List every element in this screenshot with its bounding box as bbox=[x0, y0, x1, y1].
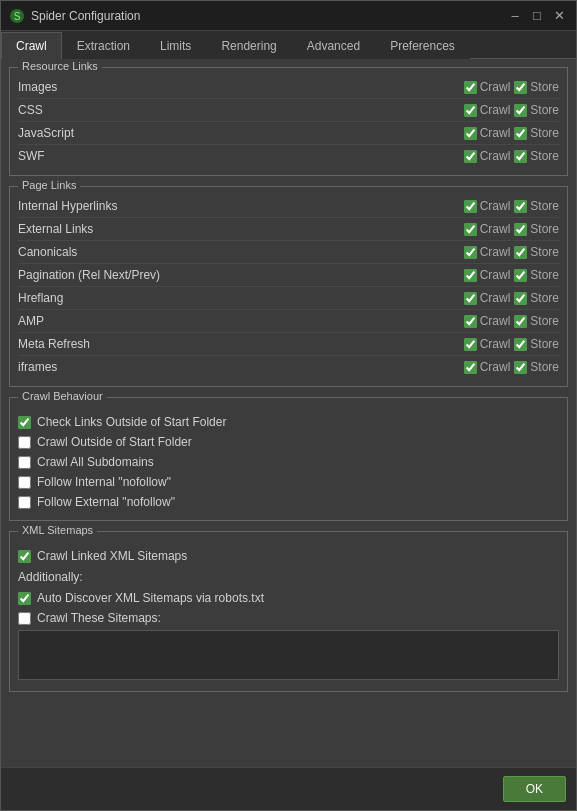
swf-crawl-checkbox-label[interactable]: Crawl bbox=[464, 149, 511, 163]
iframes-store-checkbox[interactable] bbox=[514, 361, 527, 374]
crawl-these-sitemaps-label[interactable]: Crawl These Sitemaps: bbox=[37, 611, 161, 625]
title-bar: S Spider Configuration – □ ✕ bbox=[1, 1, 576, 31]
spider-configuration-window: S Spider Configuration – □ ✕ Crawl Extra… bbox=[0, 0, 577, 811]
iframes-crawl-label[interactable]: Crawl bbox=[464, 360, 511, 374]
crawl-outside-checkbox[interactable] bbox=[18, 436, 31, 449]
external-crawl-label[interactable]: Crawl bbox=[464, 222, 511, 236]
canonicals-crawl-checkbox[interactable] bbox=[464, 246, 477, 259]
meta-refresh-crawl-label[interactable]: Crawl bbox=[464, 337, 511, 351]
tab-rendering[interactable]: Rendering bbox=[206, 32, 291, 59]
crawl-these-sitemaps-checkbox[interactable] bbox=[18, 612, 31, 625]
pagination-store-checkbox[interactable] bbox=[514, 269, 527, 282]
table-row: External Links Crawl Store bbox=[18, 218, 559, 241]
internal-store-label[interactable]: Store bbox=[514, 199, 559, 213]
resource-links-group: Resource Links Images Crawl Store bbox=[9, 67, 568, 176]
page-links-group: Page Links Internal Hyperlinks Crawl Sto… bbox=[9, 186, 568, 387]
list-item: Auto Discover XML Sitemaps via robots.tx… bbox=[18, 588, 559, 608]
meta-refresh-crawl-checkbox[interactable] bbox=[464, 338, 477, 351]
tab-limits[interactable]: Limits bbox=[145, 32, 206, 59]
sitemaps-textarea[interactable] bbox=[18, 630, 559, 680]
javascript-label: JavaScript bbox=[18, 126, 464, 140]
external-store-label[interactable]: Store bbox=[514, 222, 559, 236]
images-controls: Crawl Store bbox=[464, 80, 559, 94]
pagination-crawl-checkbox[interactable] bbox=[464, 269, 477, 282]
follow-external-nofollow-checkbox[interactable] bbox=[18, 496, 31, 509]
page-links-content: Internal Hyperlinks Crawl Store Externa bbox=[18, 195, 559, 378]
close-button[interactable]: ✕ bbox=[550, 7, 568, 25]
css-store-checkbox[interactable] bbox=[514, 104, 527, 117]
tab-advanced[interactable]: Advanced bbox=[292, 32, 375, 59]
table-row: SWF Crawl Store bbox=[18, 145, 559, 167]
amp-store-checkbox[interactable] bbox=[514, 315, 527, 328]
javascript-store-checkbox[interactable] bbox=[514, 127, 527, 140]
iframes-crawl-checkbox[interactable] bbox=[464, 361, 477, 374]
resource-links-content: Images Crawl Store CSS bbox=[18, 76, 559, 167]
tab-preferences[interactable]: Preferences bbox=[375, 32, 470, 59]
canonicals-store-checkbox[interactable] bbox=[514, 246, 527, 259]
ok-button[interactable]: OK bbox=[503, 776, 566, 802]
tab-crawl[interactable]: Crawl bbox=[1, 32, 62, 59]
auto-discover-xml-label[interactable]: Auto Discover XML Sitemaps via robots.tx… bbox=[37, 591, 264, 605]
hreflang-store-label[interactable]: Store bbox=[514, 291, 559, 305]
javascript-crawl-checkbox[interactable] bbox=[464, 127, 477, 140]
crawl-linked-xml-checkbox[interactable] bbox=[18, 550, 31, 563]
external-store-checkbox[interactable] bbox=[514, 223, 527, 236]
javascript-store-checkbox-label[interactable]: Store bbox=[514, 126, 559, 140]
check-links-outside-checkbox[interactable] bbox=[18, 416, 31, 429]
crawl-all-subdomains-label[interactable]: Crawl All Subdomains bbox=[37, 455, 154, 469]
follow-external-nofollow-label[interactable]: Follow External "nofollow" bbox=[37, 495, 175, 509]
amp-crawl-label[interactable]: Crawl bbox=[464, 314, 511, 328]
swf-store-text: Store bbox=[530, 149, 559, 163]
swf-crawl-text: Crawl bbox=[480, 149, 511, 163]
check-links-outside-label[interactable]: Check Links Outside of Start Folder bbox=[37, 415, 226, 429]
meta-refresh-store-label[interactable]: Store bbox=[514, 337, 559, 351]
list-item: Follow Internal "nofollow" bbox=[18, 472, 559, 492]
auto-discover-xml-checkbox[interactable] bbox=[18, 592, 31, 605]
list-item: Crawl All Subdomains bbox=[18, 452, 559, 472]
iframes-store-label[interactable]: Store bbox=[514, 360, 559, 374]
pagination-crawl-label[interactable]: Crawl bbox=[464, 268, 511, 282]
canonicals-label: Canonicals bbox=[18, 245, 464, 259]
hreflang-store-checkbox[interactable] bbox=[514, 292, 527, 305]
list-item: Crawl These Sitemaps: bbox=[18, 608, 559, 628]
hreflang-crawl-checkbox[interactable] bbox=[464, 292, 477, 305]
amp-crawl-checkbox[interactable] bbox=[464, 315, 477, 328]
footer: OK bbox=[1, 767, 576, 810]
pagination-controls: Crawl Store bbox=[464, 268, 559, 282]
crawl-all-subdomains-checkbox[interactable] bbox=[18, 456, 31, 469]
table-row: Canonicals Crawl Store bbox=[18, 241, 559, 264]
hreflang-crawl-label[interactable]: Crawl bbox=[464, 291, 511, 305]
swf-crawl-checkbox[interactable] bbox=[464, 150, 477, 163]
iframes-controls: Crawl Store bbox=[464, 360, 559, 374]
meta-refresh-store-checkbox[interactable] bbox=[514, 338, 527, 351]
images-store-checkbox[interactable] bbox=[514, 81, 527, 94]
crawl-outside-label[interactable]: Crawl Outside of Start Folder bbox=[37, 435, 192, 449]
meta-refresh-label: Meta Refresh bbox=[18, 337, 464, 351]
images-crawl-checkbox[interactable] bbox=[464, 81, 477, 94]
images-store-checkbox-label[interactable]: Store bbox=[514, 80, 559, 94]
canonicals-store-label[interactable]: Store bbox=[514, 245, 559, 259]
external-crawl-checkbox[interactable] bbox=[464, 223, 477, 236]
crawl-linked-xml-label[interactable]: Crawl Linked XML Sitemaps bbox=[37, 549, 187, 563]
css-crawl-checkbox-label[interactable]: Crawl bbox=[464, 103, 511, 117]
hreflang-label: Hreflang bbox=[18, 291, 464, 305]
minimize-button[interactable]: – bbox=[506, 7, 524, 25]
amp-store-label[interactable]: Store bbox=[514, 314, 559, 328]
swf-store-checkbox[interactable] bbox=[514, 150, 527, 163]
swf-store-checkbox-label[interactable]: Store bbox=[514, 149, 559, 163]
tab-extraction[interactable]: Extraction bbox=[62, 32, 145, 59]
images-crawl-checkbox-label[interactable]: Crawl bbox=[464, 80, 511, 94]
canonicals-crawl-label[interactable]: Crawl bbox=[464, 245, 511, 259]
pagination-store-label[interactable]: Store bbox=[514, 268, 559, 282]
internal-crawl-checkbox[interactable] bbox=[464, 200, 477, 213]
css-store-checkbox-label[interactable]: Store bbox=[514, 103, 559, 117]
follow-internal-nofollow-checkbox[interactable] bbox=[18, 476, 31, 489]
internal-crawl-label[interactable]: Crawl bbox=[464, 199, 511, 213]
tab-bar: Crawl Extraction Limits Rendering Advanc… bbox=[1, 31, 576, 59]
css-crawl-checkbox[interactable] bbox=[464, 104, 477, 117]
javascript-crawl-checkbox-label[interactable]: Crawl bbox=[464, 126, 511, 140]
follow-internal-nofollow-label[interactable]: Follow Internal "nofollow" bbox=[37, 475, 171, 489]
javascript-store-text: Store bbox=[530, 126, 559, 140]
internal-store-checkbox[interactable] bbox=[514, 200, 527, 213]
maximize-button[interactable]: □ bbox=[528, 7, 546, 25]
